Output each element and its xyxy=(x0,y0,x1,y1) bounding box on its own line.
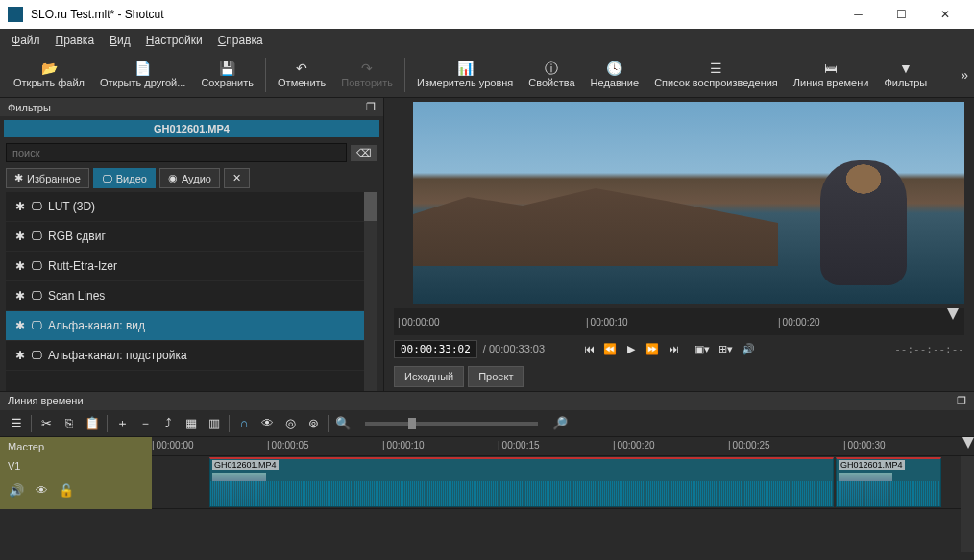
clip-label: GH012601.MP4 xyxy=(212,460,279,470)
tab-video[interactable]: 🖵Видео xyxy=(93,168,156,188)
properties-icon: ⓘ xyxy=(545,61,558,75)
clip-label: GH012601.MP4 xyxy=(839,460,905,470)
current-clip-chip[interactable]: GH012601.MP4 xyxy=(4,120,379,137)
track-v1-header[interactable]: V1 🔊 👁 🔓 xyxy=(0,456,152,509)
minimize-button[interactable]: ─ xyxy=(837,0,880,29)
panel-restore-icon[interactable]: ❐ xyxy=(366,101,376,113)
grid-dropdown-button[interactable]: ⊞▾ xyxy=(716,339,735,358)
hide-button[interactable]: 👁 xyxy=(33,481,50,499)
undo-icon: ↶ xyxy=(296,61,307,75)
filter-list-scrollbar[interactable] xyxy=(364,192,377,391)
filter-item[interactable]: ✱🖵LUT (3D) xyxy=(6,192,377,222)
menu-settings[interactable]: Настройки xyxy=(140,32,208,49)
lock-button[interactable]: 🔓 xyxy=(58,481,75,499)
zoom-dropdown-button[interactable]: ▣▾ xyxy=(693,339,712,358)
timeline-ruler-tick: 00:00:30 xyxy=(843,440,886,450)
playlist-icon: ☰ xyxy=(710,61,722,75)
close-filter-list-button[interactable]: ✕ xyxy=(224,168,250,188)
timeline-title: Линия времени xyxy=(8,395,84,407)
filter-item[interactable]: ✱🖵Rutt-Etra-Izer xyxy=(6,252,377,281)
timeline-label: Линия времени xyxy=(793,77,869,88)
project-tab[interactable]: Проект xyxy=(468,366,524,387)
filters-panel: Фильтры ❐ GH012601.MP4 ⌫ ✱Избранное 🖵Вид… xyxy=(0,98,384,391)
preview-playhead[interactable] xyxy=(947,308,959,320)
close-button[interactable]: ✕ xyxy=(923,0,966,29)
tab-audio[interactable]: ◉Аудио xyxy=(159,168,220,188)
recent-label: Недавние xyxy=(591,77,640,88)
zoom-out-button[interactable]: 🔍 xyxy=(334,415,352,432)
titlebar: SLO.ru Test.mlt* - Shotcut ─ ☐ ✕ xyxy=(0,0,974,29)
save-icon: 💾 xyxy=(219,61,235,75)
append-button[interactable]: ＋ xyxy=(113,415,131,432)
filter-item-label: LUT (3D) xyxy=(48,200,95,213)
paste-button[interactable]: 📋 xyxy=(84,415,101,432)
copy-button[interactable]: ⎘ xyxy=(61,415,78,432)
maximize-button[interactable]: ☐ xyxy=(880,0,923,29)
timeline-restore-icon[interactable]: ❐ xyxy=(957,395,966,407)
skip-next-button[interactable]: ⏭ xyxy=(664,339,683,358)
recent-icon: 🕓 xyxy=(606,61,622,75)
remove-button[interactable]: － xyxy=(136,415,154,432)
skip-previous-button[interactable]: ⏮ xyxy=(579,339,598,358)
tab-favorite[interactable]: ✱Избранное xyxy=(6,168,89,188)
redo-button[interactable]: ↷Повторить xyxy=(333,56,401,94)
playlist-button[interactable]: ☰Список воспроизведения xyxy=(646,56,786,94)
timeline-menu-button[interactable]: ☰ xyxy=(8,415,25,432)
zoom-slider[interactable] xyxy=(365,422,538,426)
source-tab[interactable]: Исходный xyxy=(394,366,464,387)
timeline-clip[interactable]: GH012601.MP4 xyxy=(209,457,834,507)
snap-button[interactable]: ∩ xyxy=(235,415,253,432)
track-v1[interactable]: GH012601.MP4GH012601.MP4 xyxy=(152,456,974,509)
undo-button[interactable]: ↶Отменить xyxy=(270,56,333,94)
fast-forward-button[interactable]: ⏩ xyxy=(643,339,662,358)
properties-button[interactable]: ⓘСвойства xyxy=(521,56,582,94)
cut-button[interactable]: ✂ xyxy=(37,415,55,432)
timeline-button[interactable]: 🛏Линия времени xyxy=(786,56,877,94)
recent-button[interactable]: 🕓Недавние xyxy=(583,56,647,94)
zoom-in-button[interactable]: 🔎 xyxy=(551,415,569,432)
volume-button[interactable]: 🔊 xyxy=(739,339,758,358)
menu-file[interactable]: Файл xyxy=(6,32,46,49)
menubar: Файл Правка Вид Настройки Справка xyxy=(0,29,974,52)
filter-item-label: Rutt-Etra-Izer xyxy=(48,259,117,273)
timecode-display[interactable]: 00:00:33:02 xyxy=(394,340,477,358)
toolbar-overflow-button[interactable]: » xyxy=(961,67,968,83)
open-other-button[interactable]: 📄Открыть другой... xyxy=(92,56,193,94)
ripple-button[interactable]: ◎ xyxy=(281,415,299,432)
ripple-all-button[interactable]: ⊚ xyxy=(304,415,322,432)
filters-panel-title: Фильтры xyxy=(8,102,51,113)
overwrite-button[interactable]: ▦ xyxy=(183,415,200,432)
split-button[interactable]: ▥ xyxy=(206,415,223,432)
filter-item[interactable]: ✱🖵Альфа-канал: вид xyxy=(6,311,377,341)
master-track-header[interactable]: Мастер xyxy=(0,437,152,456)
star-icon: ✱ xyxy=(14,172,23,184)
scrub-button[interactable]: 👁 xyxy=(258,415,276,432)
rewind-button[interactable]: ⏪ xyxy=(600,339,620,358)
mute-button[interactable]: 🔊 xyxy=(8,481,25,499)
lift-button[interactable]: ⤴ xyxy=(159,415,177,432)
open-file-icon: 📂 xyxy=(41,61,58,75)
timeline-ruler-tick: 00:00:05 xyxy=(267,440,309,450)
timeline-scrollbar-vertical[interactable] xyxy=(961,456,974,552)
peak-meter-button[interactable]: 📊Измеритель уровня xyxy=(409,56,521,94)
filters-button[interactable]: ▼Фильтры xyxy=(876,56,935,94)
preview-ruler[interactable]: 00:00:00 00:00:10 00:00:20 xyxy=(394,308,964,335)
play-button[interactable]: ▶ xyxy=(621,339,641,358)
timeline-ruler[interactable]: 00:00:0000:00:0500:00:1000:00:1500:00:20… xyxy=(152,437,974,456)
menu-edit[interactable]: Правка xyxy=(50,32,101,49)
clear-search-button[interactable]: ⌫ xyxy=(351,145,377,161)
transport-controls: 00:00:33:02 / 00:00:33:03 ⏮ ⏪ ▶ ⏩ ⏭ ▣▾ ⊞… xyxy=(384,335,974,362)
menu-help[interactable]: Справка xyxy=(212,32,269,49)
timeline-clip[interactable]: GH012601.MP4 xyxy=(836,457,941,507)
filter-search-input[interactable] xyxy=(6,143,347,162)
star-icon: ✱ xyxy=(15,319,25,332)
filter-item[interactable]: ✱🖵RGB сдвиг xyxy=(6,222,377,252)
open-file-button[interactable]: 📂Открыть файл xyxy=(6,56,92,94)
filter-item[interactable]: ✱🖵Альфа-канал: подстройка xyxy=(6,341,377,371)
properties-label: Свойства xyxy=(528,77,574,88)
menu-view[interactable]: Вид xyxy=(104,32,136,49)
timeline-tracks-area[interactable]: 00:00:0000:00:0500:00:1000:00:1500:00:20… xyxy=(152,437,974,552)
filter-item[interactable]: ✱🖵Scan Lines xyxy=(6,281,377,311)
video-preview[interactable] xyxy=(413,102,964,304)
save-button[interactable]: 💾Сохранить xyxy=(193,56,261,94)
